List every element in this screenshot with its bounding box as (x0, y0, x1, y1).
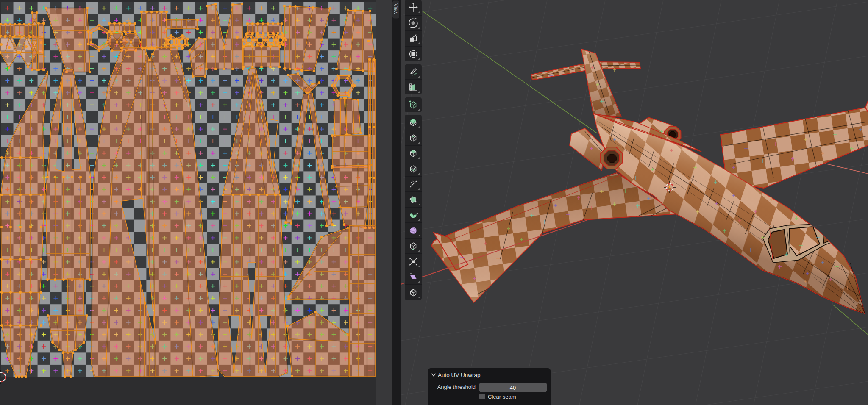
svg-text:View: View (393, 3, 399, 14)
svg-text:Angle threshold: Angle threshold (437, 384, 476, 390)
svg-text:40: 40 (510, 385, 516, 391)
svg-text:Clear seam: Clear seam (488, 394, 516, 400)
svg-text:Auto UV Unwrap: Auto UV Unwrap (438, 372, 481, 378)
